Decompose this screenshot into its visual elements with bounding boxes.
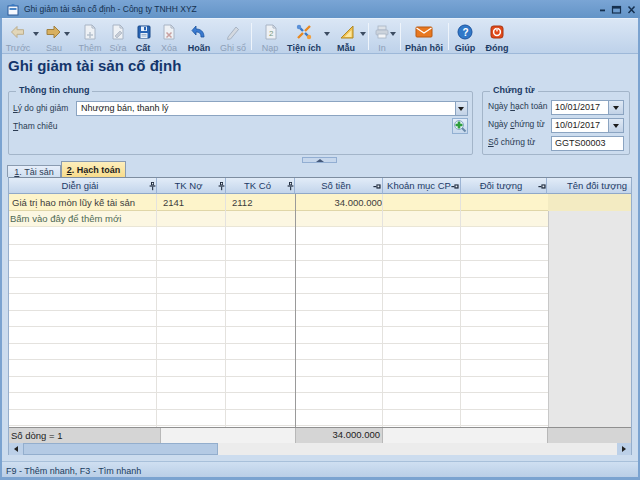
svg-text:?: ? [463, 27, 469, 38]
svg-text:2: 2 [269, 29, 274, 38]
